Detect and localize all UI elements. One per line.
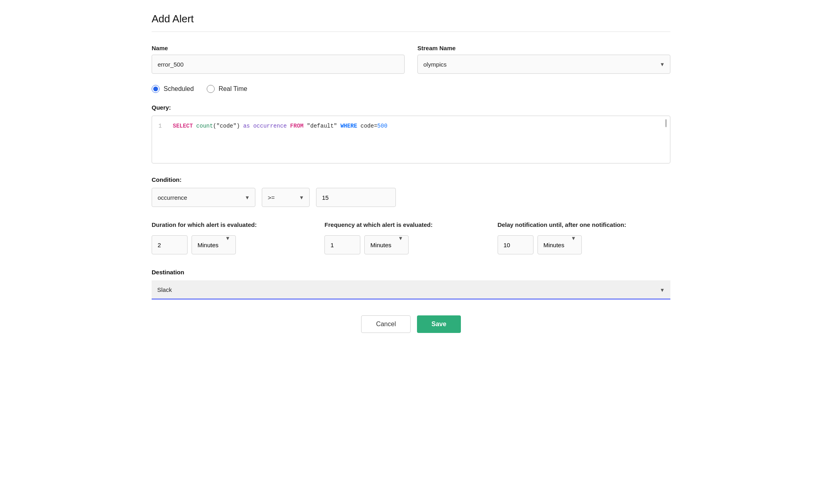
condition-field-select-wrapper: occurrence count value ▼ bbox=[152, 188, 255, 207]
frequency-inputs: Seconds Minutes Hours ▼ bbox=[324, 235, 497, 254]
default-str: "default" bbox=[304, 123, 340, 129]
realtime-label: Real Time bbox=[219, 85, 247, 93]
paren-open: ("code") bbox=[213, 123, 243, 129]
duration-unit-wrap: Seconds Minutes Hours ▼ bbox=[192, 235, 236, 254]
frequency-unit-select[interactable]: Seconds Minutes Hours bbox=[364, 235, 409, 254]
scheduled-label: Scheduled bbox=[164, 85, 194, 93]
space4: code= bbox=[357, 123, 377, 129]
stream-name-label: Stream Name bbox=[417, 45, 670, 51]
operator-wrap: >= <= = > < != ▼ bbox=[262, 188, 310, 207]
condition-section: Condition: occurrence count value ▼ >= <… bbox=[152, 176, 670, 207]
destination-section: Destination Slack Email Webhook PagerDut… bbox=[152, 269, 670, 299]
scheduled-radio[interactable] bbox=[152, 85, 160, 93]
space3 bbox=[287, 123, 290, 129]
condition-field-select[interactable]: occurrence count value bbox=[152, 188, 255, 207]
duration-frequency-delay-row: Duration for which alert is evaluated: S… bbox=[152, 221, 670, 254]
frequency-unit-wrap: Seconds Minutes Hours ▼ bbox=[364, 235, 409, 254]
query-code: SELECT count("code") as occurrence FROM … bbox=[173, 122, 387, 130]
delay-unit-select[interactable]: Seconds Minutes Hours bbox=[537, 235, 582, 254]
duration-unit-select[interactable]: Seconds Minutes Hours bbox=[192, 235, 236, 254]
realtime-radio-item[interactable]: Real Time bbox=[207, 85, 247, 93]
operator-select[interactable]: >= <= = > < != bbox=[262, 188, 310, 207]
destination-select-wrap: Slack Email Webhook PagerDuty ▼ bbox=[152, 280, 670, 299]
name-input[interactable] bbox=[152, 55, 405, 74]
condition-value-input[interactable] bbox=[316, 188, 396, 207]
duration-value-input[interactable] bbox=[152, 235, 188, 254]
delay-unit-wrap: Seconds Minutes Hours ▼ bbox=[537, 235, 582, 254]
kw-select: SELECT bbox=[173, 123, 193, 129]
footer-actions: Cancel Save bbox=[152, 315, 670, 333]
operator-select-wrapper: >= <= = > < != ▼ bbox=[262, 188, 310, 207]
frequency-group: Frequency at which alert is evaluated: S… bbox=[324, 221, 497, 254]
frequency-value-input[interactable] bbox=[324, 235, 360, 254]
kw-occurrence: occurrence bbox=[253, 123, 287, 129]
destination-select[interactable]: Slack Email Webhook PagerDuty bbox=[152, 280, 670, 299]
kw-where: WHERE bbox=[340, 123, 357, 129]
kw-as: as bbox=[243, 123, 250, 129]
stream-name-group: Stream Name olympics default other ▼ bbox=[417, 45, 670, 74]
delay-inputs: Seconds Minutes Hours ▼ bbox=[498, 235, 670, 254]
page-title: Add Alert bbox=[152, 13, 670, 25]
delay-group: Delay notification until, after one noti… bbox=[498, 221, 670, 254]
condition-label: Condition: bbox=[152, 176, 670, 183]
save-button[interactable]: Save bbox=[417, 315, 460, 333]
duration-group: Duration for which alert is evaluated: S… bbox=[152, 221, 324, 254]
stream-name-select-wrapper: olympics default other ▼ bbox=[417, 55, 670, 74]
duration-label: Duration for which alert is evaluated: bbox=[152, 221, 324, 228]
delay-value-input[interactable] bbox=[498, 235, 534, 254]
cancel-button[interactable]: Cancel bbox=[361, 315, 411, 333]
name-label: Name bbox=[152, 45, 405, 51]
kw-count: count bbox=[196, 123, 213, 129]
stream-name-select[interactable]: olympics default other bbox=[417, 55, 670, 74]
destination-label: Destination bbox=[152, 269, 670, 276]
realtime-radio[interactable] bbox=[207, 85, 215, 93]
kw-from: FROM bbox=[290, 123, 304, 129]
query-label: Query: bbox=[152, 104, 670, 111]
query-section: Query: 1 SELECT count("code") as occurre… bbox=[152, 104, 670, 163]
query-scrollbar bbox=[665, 119, 667, 127]
alert-type-group: Scheduled Real Time bbox=[152, 85, 670, 93]
delay-label: Delay notification until, after one noti… bbox=[498, 221, 670, 228]
query-editor[interactable]: 1 SELECT count("code") as occurrence FRO… bbox=[152, 116, 670, 163]
title-divider bbox=[152, 32, 670, 32]
duration-inputs: Seconds Minutes Hours ▼ bbox=[152, 235, 324, 254]
condition-field-wrap: occurrence count value ▼ bbox=[152, 188, 255, 207]
kw-500: 500 bbox=[377, 123, 387, 129]
line-number: 1 bbox=[158, 122, 165, 130]
space2 bbox=[250, 123, 253, 129]
scheduled-radio-item[interactable]: Scheduled bbox=[152, 85, 194, 93]
name-group: Name bbox=[152, 45, 405, 74]
name-stream-row: Name Stream Name olympics default other … bbox=[152, 45, 670, 74]
query-line-1: 1 SELECT count("code") as occurrence FRO… bbox=[158, 122, 664, 130]
condition-row: occurrence count value ▼ >= <= = > < != bbox=[152, 188, 670, 207]
frequency-label: Frequency at which alert is evaluated: bbox=[324, 221, 497, 228]
